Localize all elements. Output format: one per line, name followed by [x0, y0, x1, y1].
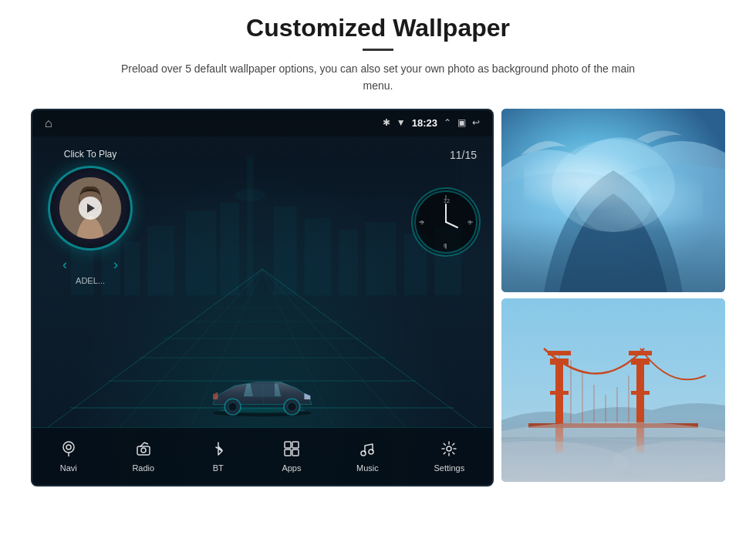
svg-rect-57 [292, 442, 299, 448]
nav-item-music[interactable]: Music [347, 437, 388, 476]
svg-text:12: 12 [444, 198, 450, 204]
nav-item-navi[interactable]: Navi [51, 437, 86, 476]
svg-point-53 [141, 448, 146, 453]
svg-point-65 [575, 170, 652, 232]
svg-point-88 [613, 441, 725, 480]
music-label: Music [356, 463, 379, 473]
chevron-up-icon: ⌃ [444, 117, 451, 129]
clock-circle: 12 6 9 3 [411, 187, 481, 257]
svg-point-50 [66, 445, 71, 449]
bt-icon [210, 440, 227, 460]
settings-icon [440, 440, 457, 460]
nav-item-apps[interactable]: Apps [272, 437, 310, 476]
date-display: 11/15 [450, 149, 477, 161]
date-text: 11/15 [450, 149, 477, 161]
title-divider [363, 49, 393, 51]
navi-icon [60, 440, 77, 460]
album-ring[interactable] [48, 166, 133, 251]
svg-line-55 [144, 443, 148, 444]
svg-rect-58 [285, 449, 291, 456]
svg-point-47 [288, 402, 296, 411]
nav-item-radio[interactable]: Radio [123, 437, 164, 476]
svg-rect-67 [501, 437, 725, 482]
svg-point-49 [63, 442, 74, 453]
page-container: Customized Wallpaper Preload over 5 defa… [0, 0, 756, 542]
svg-text:9: 9 [420, 220, 424, 225]
svg-point-45 [228, 402, 237, 411]
svg-rect-59 [292, 449, 299, 456]
main-content: ⌂ ✱ ▼ 18:23 ⌃ ▣ ↩ Click To Play [31, 109, 725, 486]
svg-rect-63 [501, 109, 725, 292]
navi-label: Navi [60, 463, 77, 473]
window-icon: ▣ [457, 117, 466, 129]
status-bar: ⌂ ✱ ▼ 18:23 ⌃ ▣ ↩ [32, 110, 492, 136]
click-to-play-label[interactable]: Click To Play [64, 149, 116, 160]
wifi-icon: ▼ [397, 117, 406, 129]
bluetooth-icon: ✱ [383, 117, 390, 129]
radio-label: Radio [132, 463, 154, 473]
nav-item-settings[interactable]: Settings [424, 437, 474, 476]
svg-point-60 [361, 451, 366, 456]
page-title: Customized Wallpaper [246, 14, 510, 42]
nav-arrows: ‹ › [62, 257, 118, 273]
status-right: ✱ ▼ 18:23 ⌃ ▣ ↩ [383, 117, 480, 129]
music-player: Click To Play [48, 149, 133, 285]
svg-rect-56 [285, 442, 291, 448]
next-track-button[interactable]: › [113, 257, 118, 273]
thumbnail-glacier[interactable] [501, 109, 725, 292]
svg-point-87 [501, 441, 629, 482]
radio-icon [135, 440, 152, 460]
play-button[interactable] [79, 197, 102, 220]
svg-rect-84 [528, 423, 698, 428]
car-screen: ⌂ ✱ ▼ 18:23 ⌃ ▣ ↩ Click To Play [31, 109, 494, 486]
thumbnail-bridge[interactable] [501, 298, 725, 482]
svg-rect-85 [501, 426, 725, 482]
prev-track-button[interactable]: ‹ [62, 257, 67, 273]
svg-rect-66 [501, 298, 725, 482]
back-icon: ↩ [472, 117, 480, 129]
svg-point-64 [552, 140, 675, 232]
page-subtitle: Preload over 5 default wallpaper options… [116, 60, 640, 95]
clock-widget: 12 6 9 3 [411, 187, 481, 257]
svg-point-62 [447, 446, 451, 451]
svg-text:6: 6 [444, 243, 447, 248]
apps-label: Apps [282, 463, 301, 473]
nav-bar: Navi Radio [32, 427, 492, 485]
apps-icon [283, 440, 300, 460]
svg-point-86 [501, 422, 725, 482]
svg-text:3: 3 [468, 220, 471, 225]
svg-point-1 [235, 189, 265, 201]
bt-label: BT [213, 463, 224, 473]
thumbnails [501, 109, 725, 482]
settings-label: Settings [434, 463, 464, 473]
track-name: ADEL... [76, 276, 105, 285]
home-icon[interactable]: ⌂ [45, 116, 52, 130]
music-icon [359, 440, 376, 460]
nav-item-bt[interactable]: BT [201, 437, 236, 476]
play-triangle-icon [87, 204, 95, 213]
status-time: 18:23 [412, 117, 437, 129]
svg-point-61 [369, 449, 373, 454]
car-visual [201, 366, 324, 423]
